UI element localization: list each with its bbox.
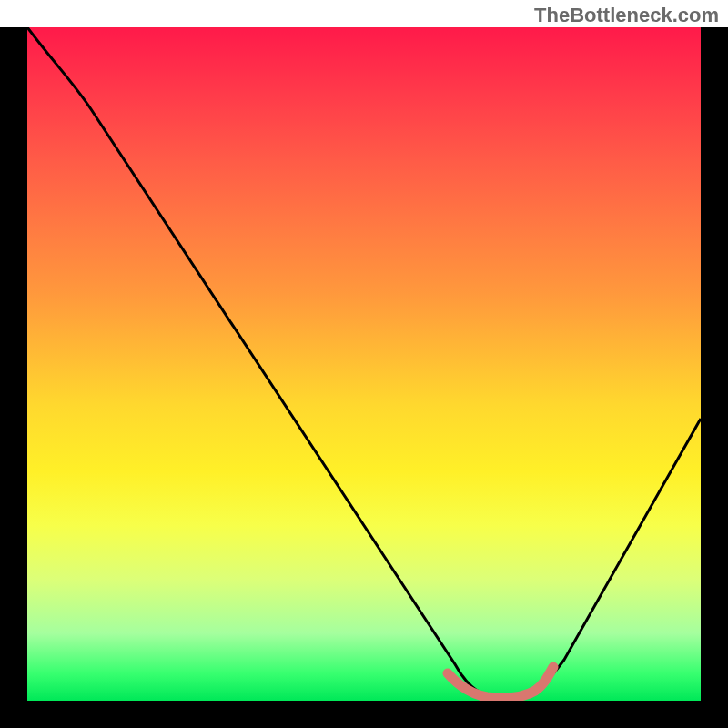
optimal-zone-path <box>448 667 553 698</box>
chart-frame-bottom <box>0 701 728 728</box>
chart-frame-left <box>0 27 27 728</box>
watermark-text: TheBottleneck.com <box>534 4 719 27</box>
chart-svg <box>27 27 701 701</box>
chart-plot-area <box>27 27 701 701</box>
chart-frame-right <box>701 27 728 728</box>
chart-container: TheBottleneck.com <box>0 0 728 728</box>
bottleneck-curve-path <box>27 27 701 695</box>
